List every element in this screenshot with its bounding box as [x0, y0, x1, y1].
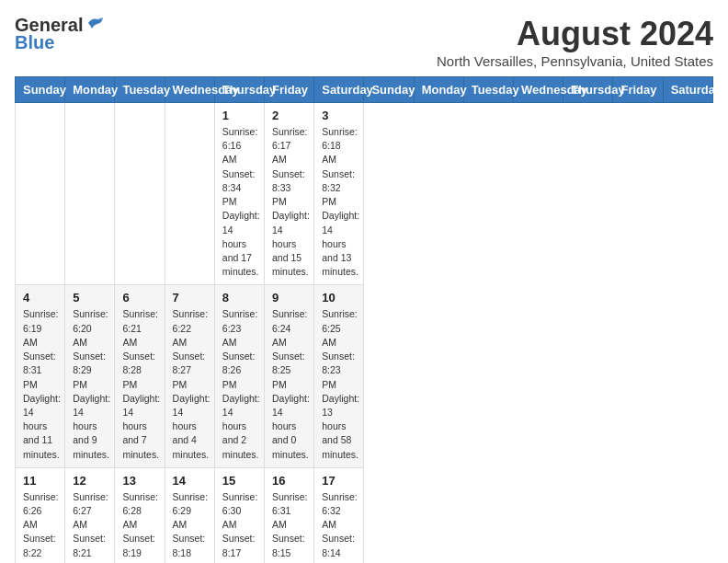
day-of-week-header: Wednesday [165, 77, 214, 103]
day-info: Sunrise: 6:27 AM Sunset: 8:21 PM Dayligh… [73, 490, 107, 563]
calendar-day-cell: 1Sunrise: 6:16 AM Sunset: 8:34 PM Daylig… [214, 103, 264, 285]
day-number: 4 [23, 291, 57, 304]
header: General Blue August 2024 North Versaille… [15, 15, 713, 69]
location-title: North Versailles, Pennsylvania, United S… [437, 53, 713, 69]
day-info: Sunrise: 6:30 AM Sunset: 8:17 PM Dayligh… [222, 490, 256, 563]
day-info: Sunrise: 6:28 AM Sunset: 8:19 PM Dayligh… [122, 490, 156, 563]
calendar-day-cell: 17Sunrise: 6:32 AM Sunset: 8:14 PM Dayli… [314, 467, 364, 563]
day-of-week-header: Thursday [563, 77, 613, 103]
day-number: 16 [272, 474, 306, 488]
day-info: Sunrise: 6:32 AM Sunset: 8:14 PM Dayligh… [322, 490, 356, 563]
calendar-header-row: SundayMondayTuesdayWednesdayThursdayFrid… [16, 77, 713, 103]
day-of-week-header: Sunday [364, 77, 414, 103]
calendar-day-cell: 7Sunrise: 6:22 AM Sunset: 8:27 PM Daylig… [165, 285, 214, 467]
day-of-week-header: Tuesday [115, 77, 165, 103]
day-number: 3 [322, 109, 356, 122]
logo: General Blue [15, 15, 105, 53]
day-info: Sunrise: 6:29 AM Sunset: 8:18 PM Dayligh… [173, 490, 207, 563]
day-of-week-header: Saturday [314, 77, 364, 103]
day-number: 15 [222, 474, 256, 488]
day-number: 11 [23, 474, 57, 488]
calendar-day-cell [115, 103, 165, 285]
day-info: Sunrise: 6:31 AM Sunset: 8:15 PM Dayligh… [272, 490, 306, 563]
day-number: 6 [122, 291, 156, 304]
calendar-day-cell: 4Sunrise: 6:19 AM Sunset: 8:31 PM Daylig… [16, 285, 65, 467]
day-of-week-header: Friday [265, 77, 314, 103]
day-number: 9 [272, 291, 306, 304]
day-number: 17 [322, 474, 356, 488]
calendar-week-row: 1Sunrise: 6:16 AM Sunset: 8:34 PM Daylig… [16, 103, 713, 285]
calendar-day-cell [65, 103, 115, 285]
day-of-week-header: Tuesday [463, 77, 513, 103]
calendar-day-cell: 15Sunrise: 6:30 AM Sunset: 8:17 PM Dayli… [214, 467, 264, 563]
title-area: August 2024 North Versailles, Pennsylvan… [437, 15, 713, 69]
day-info: Sunrise: 6:21 AM Sunset: 8:28 PM Dayligh… [122, 307, 156, 461]
day-info: Sunrise: 6:23 AM Sunset: 8:26 PM Dayligh… [222, 307, 256, 461]
day-info: Sunrise: 6:25 AM Sunset: 8:23 PM Dayligh… [322, 307, 356, 461]
day-info: Sunrise: 6:19 AM Sunset: 8:31 PM Dayligh… [23, 307, 57, 461]
day-of-week-header: Sunday [16, 77, 65, 103]
calendar-table: SundayMondayTuesdayWednesdayThursdayFrid… [15, 76, 713, 563]
day-of-week-header: Friday [613, 77, 663, 103]
calendar-day-cell: 3Sunrise: 6:18 AM Sunset: 8:32 PM Daylig… [314, 103, 364, 285]
day-number: 5 [73, 291, 107, 304]
calendar-day-cell: 12Sunrise: 6:27 AM Sunset: 8:21 PM Dayli… [65, 467, 115, 563]
logo-blue-text: Blue [15, 32, 54, 53]
day-info: Sunrise: 6:22 AM Sunset: 8:27 PM Dayligh… [173, 307, 207, 461]
day-number: 1 [222, 109, 256, 122]
calendar-day-cell: 9Sunrise: 6:24 AM Sunset: 8:25 PM Daylig… [265, 285, 314, 467]
day-of-week-header: Wednesday [514, 77, 563, 103]
calendar-day-cell: 13Sunrise: 6:28 AM Sunset: 8:19 PM Dayli… [115, 467, 165, 563]
calendar-day-cell: 10Sunrise: 6:25 AM Sunset: 8:23 PM Dayli… [314, 285, 364, 467]
calendar-day-cell: 14Sunrise: 6:29 AM Sunset: 8:18 PM Dayli… [165, 467, 214, 563]
day-of-week-header: Monday [65, 77, 115, 103]
calendar-day-cell [165, 103, 214, 285]
day-of-week-header: Saturday [663, 77, 712, 103]
day-of-week-header: Thursday [214, 77, 264, 103]
calendar-day-cell [16, 103, 65, 285]
day-info: Sunrise: 6:26 AM Sunset: 8:22 PM Dayligh… [23, 490, 57, 563]
calendar-day-cell: 2Sunrise: 6:17 AM Sunset: 8:33 PM Daylig… [265, 103, 314, 285]
day-number: 12 [73, 474, 107, 488]
day-info: Sunrise: 6:16 AM Sunset: 8:34 PM Dayligh… [222, 125, 256, 279]
day-info: Sunrise: 6:20 AM Sunset: 8:29 PM Dayligh… [73, 307, 107, 461]
day-info: Sunrise: 6:18 AM Sunset: 8:32 PM Dayligh… [322, 125, 356, 279]
day-info: Sunrise: 6:17 AM Sunset: 8:33 PM Dayligh… [272, 125, 306, 279]
day-number: 2 [272, 109, 306, 122]
day-number: 14 [173, 474, 207, 488]
calendar-day-cell: 8Sunrise: 6:23 AM Sunset: 8:26 PM Daylig… [214, 285, 264, 467]
calendar-day-cell: 6Sunrise: 6:21 AM Sunset: 8:28 PM Daylig… [115, 285, 165, 467]
calendar-week-row: 11Sunrise: 6:26 AM Sunset: 8:22 PM Dayli… [16, 467, 713, 563]
calendar-day-cell: 5Sunrise: 6:20 AM Sunset: 8:29 PM Daylig… [65, 285, 115, 467]
day-number: 7 [173, 291, 207, 304]
month-title: August 2024 [437, 15, 713, 53]
day-number: 10 [322, 291, 356, 304]
logo-bird-icon [85, 16, 105, 32]
calendar-week-row: 4Sunrise: 6:19 AM Sunset: 8:31 PM Daylig… [16, 285, 713, 467]
day-number: 8 [222, 291, 256, 304]
calendar-day-cell: 11Sunrise: 6:26 AM Sunset: 8:22 PM Dayli… [16, 467, 65, 563]
day-number: 13 [122, 474, 156, 488]
day-info: Sunrise: 6:24 AM Sunset: 8:25 PM Dayligh… [272, 307, 306, 461]
day-of-week-header: Monday [414, 77, 463, 103]
calendar-day-cell: 16Sunrise: 6:31 AM Sunset: 8:15 PM Dayli… [265, 467, 314, 563]
